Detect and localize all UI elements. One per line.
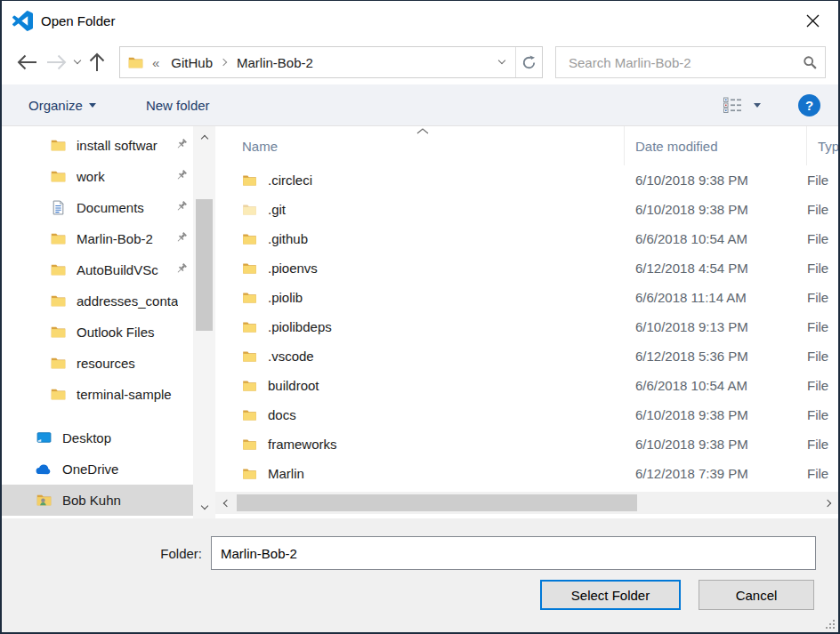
change-view-button[interactable]	[722, 96, 761, 114]
pin-icon	[174, 231, 188, 245]
back-button[interactable]	[16, 52, 38, 72]
recent-locations-button[interactable]	[75, 61, 80, 63]
address-dropdown-button[interactable]	[489, 47, 515, 77]
sort-ascending-icon	[416, 128, 429, 134]
sidebar-item-label: resources	[77, 356, 135, 371]
file-date-modified: 6/6/2018 10:54 AM	[625, 231, 807, 246]
sidebar-item-onedrive[interactable]: OneDrive	[2, 453, 193, 485]
folder-icon	[50, 325, 68, 341]
window-title: Open Folder	[41, 13, 115, 28]
address-bar[interactable]: « GitHub Marlin-Bob-2	[119, 46, 543, 78]
sidebar-item-addresses-conta[interactable]: addresses_conta	[2, 285, 193, 317]
file-row-github[interactable]: .github 6/6/2018 10:54 AM File	[215, 224, 838, 253]
breadcrumb-marlin-bob-2[interactable]: Marlin-Bob-2	[229, 55, 321, 70]
file-name-cell: .pioenvs	[215, 261, 625, 276]
dropdown-arrow-icon	[754, 103, 761, 111]
folder-icon	[242, 437, 258, 452]
chevron-down-icon	[498, 57, 505, 64]
file-row-circleci[interactable]: .circleci 6/10/2018 9:38 PM File	[215, 165, 838, 195]
search-box[interactable]	[555, 46, 826, 78]
organize-button[interactable]: Organize	[28, 98, 96, 113]
file-type: File	[807, 407, 828, 422]
file-row-docs[interactable]: docs 6/10/2018 9:38 PM File	[215, 400, 838, 429]
file-type: File	[807, 290, 828, 305]
sidebar-item-work[interactable]: work	[2, 161, 193, 192]
scroll-right-button[interactable]	[820, 492, 836, 514]
breadcrumb-github[interactable]: GitHub	[163, 55, 221, 70]
file-name-cell: frameworks	[215, 437, 625, 452]
main-area: install softwar work Documents Marlin-Bo…	[2, 126, 838, 518]
file-name: .piolib	[268, 290, 303, 305]
file-row-marlin[interactable]: Marlin 6/12/2018 7:39 PM File	[215, 459, 838, 488]
sidebar-item-documents[interactable]: Documents	[2, 192, 193, 223]
file-type: File	[807, 437, 828, 452]
horizontal-scrollbar-thumb[interactable]	[237, 494, 637, 511]
file-name: frameworks	[268, 437, 337, 452]
scroll-down-button[interactable]	[193, 499, 215, 517]
sidebar-item-terminal-sample[interactable]: terminal-sample	[2, 379, 193, 410]
chevron-left-icon	[222, 499, 230, 506]
folder-field-row: Folder:	[2, 536, 816, 570]
sidebar-item-bob-kuhn[interactable]: Bob Kuhn	[2, 485, 193, 516]
sidebar-item-marlin-bob-2[interactable]: Marlin-Bob-2	[2, 223, 193, 254]
scroll-left-button[interactable]	[217, 492, 233, 514]
sidebar-scrollbar[interactable]	[193, 126, 215, 518]
horizontal-scrollbar[interactable]	[215, 492, 838, 514]
up-button[interactable]	[87, 52, 107, 73]
file-type: File	[807, 466, 828, 481]
folder-icon	[50, 138, 68, 154]
file-row-frameworks[interactable]: frameworks 6/10/2018 9:38 PM File	[215, 429, 838, 459]
refresh-button[interactable]	[515, 47, 542, 77]
new-folder-button[interactable]: New folder	[146, 98, 210, 113]
file-row-pioenvs[interactable]: .pioenvs 6/12/2018 4:54 PM File	[215, 253, 838, 283]
folder-icon	[242, 261, 258, 276]
onedrive-icon	[36, 461, 53, 478]
search-icon[interactable]	[803, 55, 818, 70]
file-list-area: Name Date modified Typ .circleci 6/10/20…	[215, 126, 838, 518]
sidebar-item-outlook-files[interactable]: Outlook Files	[2, 317, 193, 348]
file-type: File	[807, 202, 828, 217]
file-name: .circleci	[268, 173, 312, 188]
select-folder-button[interactable]: Select Folder	[540, 580, 681, 610]
scroll-up-button[interactable]	[193, 128, 215, 146]
vscode-logo-icon	[12, 11, 33, 31]
sidebar-scrollbar-thumb[interactable]	[196, 199, 213, 331]
file-date-modified: 6/12/2018 5:36 PM	[625, 349, 807, 364]
file-date-modified: 6/10/2018 9:13 PM	[625, 319, 807, 334]
sidebar-item-label: install softwar	[77, 138, 158, 153]
file-date-modified: 6/10/2018 9:38 PM	[625, 173, 807, 188]
sidebar-item-install-softwar[interactable]: install softwar	[2, 130, 193, 161]
file-row-git[interactable]: .git 6/10/2018 9:38 PM File	[215, 195, 838, 224]
file-name-cell: .git	[215, 202, 625, 217]
file-type: File	[807, 261, 828, 276]
file-name: .vscode	[268, 349, 314, 364]
forward-button[interactable]	[45, 52, 68, 72]
sidebar-item-desktop[interactable]: Desktop	[2, 422, 193, 453]
column-header-date-modified[interactable]: Date modified	[625, 126, 807, 165]
close-icon	[806, 14, 820, 28]
file-row-buildroot[interactable]: buildroot 6/6/2018 10:54 AM File	[215, 371, 838, 400]
breadcrumb-overflow[interactable]: «	[152, 55, 159, 70]
sidebar-item-resources[interactable]: resources	[2, 348, 193, 379]
file-name: .git	[268, 202, 286, 217]
new-folder-label: New folder	[146, 98, 210, 113]
help-button[interactable]: ?	[798, 94, 820, 116]
file-row-vscode[interactable]: .vscode 6/12/2018 5:36 PM File	[215, 341, 838, 371]
file-name-cell: docs	[215, 407, 625, 422]
search-input[interactable]	[567, 54, 803, 71]
file-date-modified: 6/12/2018 7:39 PM	[625, 466, 807, 481]
column-header-type[interactable]: Typ	[807, 126, 838, 165]
cancel-button[interactable]: Cancel	[699, 580, 814, 610]
file-name-cell: .circleci	[215, 173, 625, 188]
file-rows: .circleci 6/10/2018 9:38 PM File .git 6/…	[215, 165, 838, 492]
close-button[interactable]	[797, 7, 828, 34]
folder-icon	[242, 232, 258, 246]
folder-icon	[50, 231, 68, 247]
resize-grip[interactable]	[825, 619, 836, 630]
sidebar-item-autobuildvsc[interactable]: AutoBuildVSc	[2, 254, 193, 285]
file-row-piolib[interactable]: .piolib 6/6/2018 11:14 AM File	[215, 283, 838, 312]
folder-icon	[50, 169, 68, 185]
file-row-piolibdeps[interactable]: .piolibdeps 6/10/2018 9:13 PM File	[215, 312, 838, 341]
chevron-down-icon	[74, 57, 81, 64]
folder-name-input[interactable]	[211, 536, 816, 570]
